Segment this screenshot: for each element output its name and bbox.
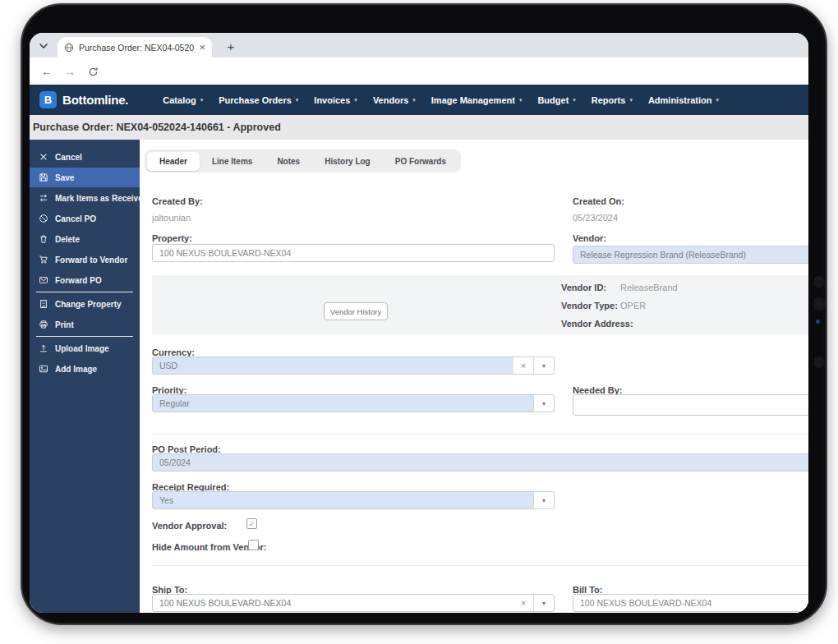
upload-icon — [39, 343, 48, 353]
menu-catalog[interactable]: Catalog▾ — [163, 95, 203, 105]
save-icon — [39, 172, 48, 182]
brand-mark-icon: B — [39, 91, 57, 108]
check-icon: ✓ — [249, 520, 256, 528]
chevron-down-icon[interactable]: ▾ — [533, 492, 554, 508]
hide-amount-checkbox[interactable] — [248, 540, 259, 550]
bezel-dot — [816, 320, 820, 324]
browser-tab[interactable]: Purchase Order: NEX04-052024 × — [58, 37, 212, 58]
ship-to-combobox[interactable]: 100 NEXUS BOULEVARD-NEX04 × ▾ — [152, 594, 555, 612]
menu-image-management[interactable]: Image Management▾ — [431, 95, 523, 105]
browser-tab-strip: Purchase Order: NEX04-052024 × + — [30, 33, 808, 58]
printer-icon — [39, 320, 48, 329]
created-by-value: jaltounian — [152, 213, 191, 223]
created-on-label: Created On: — [573, 196, 624, 206]
menu-vendors[interactable]: Vendors▾ — [373, 95, 416, 105]
vendor-history-button[interactable]: Vendor History — [324, 302, 388, 320]
envelope-icon — [39, 275, 48, 285]
sidebar-item-print[interactable]: Print — [30, 315, 140, 334]
priority-combobox[interactable]: Regular ▾ — [152, 394, 555, 412]
vendor-approval-label: Vendor Approval: — [152, 521, 227, 531]
page-title-bar: Purchase Order: NEX04-052024-140661 - Ap… — [30, 115, 808, 140]
action-sidebar: Cancel Save Mark Items as Received Cance… — [30, 140, 140, 613]
sidebar-item-cancel[interactable]: Cancel — [30, 147, 140, 167]
vendor-address-label: Vendor Address: — [561, 319, 633, 329]
sidebar-item-mark-items-as-received[interactable]: Mark Items as Received — [30, 188, 140, 208]
property-label: Property: — [152, 233, 192, 243]
cart-icon — [39, 255, 48, 264]
chevron-down-icon: ▾ — [716, 97, 720, 104]
bezel-dot — [813, 356, 825, 368]
browser-toolbar: ← → nexustraining4.nexuspayables.com — [30, 58, 808, 85]
menu-invoices[interactable]: Invoices▾ — [314, 95, 357, 105]
reload-button[interactable] — [84, 62, 102, 80]
chevron-down-icon: ▾ — [200, 97, 204, 104]
back-button[interactable]: ← — [38, 62, 56, 80]
app-menu: Catalog▾ Purchase Orders▾ Invoices▾ Vend… — [163, 95, 719, 105]
vendor-approval-checkbox[interactable]: ✓ — [246, 518, 257, 529]
sidebar-item-save[interactable]: Save — [30, 168, 140, 187]
tab-po-forwards[interactable]: PO Forwards — [383, 152, 458, 171]
forward-button[interactable]: → — [61, 62, 79, 80]
vendor-combobox[interactable]: Release Regression Brand (ReleaseBrand) — [573, 246, 808, 264]
sidebar-item-cancel-po[interactable]: Cancel PO — [30, 209, 140, 228]
sidebar-item-add-image[interactable]: Add Image — [30, 359, 140, 379]
vendor-type-label: Vendor Type: — [561, 301, 618, 310]
trash-icon — [39, 234, 48, 244]
chevron-down-icon: ▾ — [519, 97, 523, 104]
sidebar-item-change-property[interactable]: Change Property — [30, 294, 140, 314]
tab-line-items[interactable]: Line Items — [200, 152, 265, 171]
tab-search-chevron-icon[interactable] — [36, 39, 51, 53]
section-divider — [152, 565, 808, 566]
vendor-id-label: Vendor ID: — [561, 283, 606, 292]
tab-history-log[interactable]: History Log — [312, 152, 383, 171]
close-icon — [39, 152, 48, 162]
created-on-value: 05/23/2024 — [573, 213, 618, 223]
menu-administration[interactable]: Administration▾ — [648, 95, 719, 105]
chevron-down-icon[interactable]: ▾ — [533, 395, 554, 412]
vendor-type-value: OPER — [620, 301, 646, 310]
tab-close-icon[interactable]: × — [199, 42, 205, 53]
vendor-label: Vendor: — [573, 233, 606, 243]
property-input[interactable] — [152, 244, 555, 262]
tab-notes[interactable]: Notes — [265, 152, 312, 171]
browser-window: Purchase Order: NEX04-052024 × + ← → nex… — [30, 33, 808, 613]
currency-combobox[interactable]: USD × ▾ — [152, 356, 555, 375]
app-navbar: B Bottomline. Catalog▾ Purchase Orders▾ … — [30, 85, 808, 115]
brand-logo[interactable]: B Bottomline. — [39, 91, 128, 108]
building-icon — [39, 299, 48, 309]
sidebar-item-forward-po[interactable]: Forward PO — [30, 270, 140, 290]
clear-icon[interactable]: × — [513, 595, 533, 611]
chevron-down-icon: ▾ — [354, 97, 357, 104]
clear-icon[interactable]: × — [513, 357, 533, 374]
bill-to-input[interactable] — [573, 594, 808, 612]
vendor-id-value: ReleaseBrand — [620, 283, 678, 292]
po-post-period-field[interactable]: 05/2024 — [152, 453, 808, 472]
menu-budget[interactable]: Budget▾ — [537, 95, 575, 105]
receipt-required-combobox[interactable]: Yes ▾ — [152, 491, 555, 509]
bezel-dot — [813, 297, 826, 310]
tab-header[interactable]: Header — [147, 152, 200, 171]
sidebar-divider — [36, 336, 133, 337]
needed-by-input[interactable] — [573, 394, 808, 416]
tab-title: Purchase Order: NEX04-052024 — [79, 43, 194, 53]
no-entry-icon — [39, 214, 48, 223]
chevron-down-icon[interactable]: ▾ — [533, 357, 554, 374]
chevron-down-icon: ▾ — [573, 97, 576, 104]
menu-reports[interactable]: Reports▾ — [592, 95, 633, 105]
sidebar-item-upload-image[interactable]: Upload Image — [30, 338, 140, 358]
sidebar-item-forward-to-vendor[interactable]: Forward to Vendor — [30, 250, 140, 269]
chevron-down-icon: ▾ — [296, 97, 299, 104]
created-by-label: Created By: — [152, 196, 203, 206]
transfer-arrows-icon — [39, 193, 48, 203]
chevron-down-icon: ▾ — [629, 97, 633, 104]
new-tab-button[interactable]: + — [222, 37, 240, 55]
brand-name: Bottomline. — [62, 93, 128, 107]
sidebar-item-delete[interactable]: Delete — [30, 229, 140, 249]
section-divider — [152, 434, 808, 435]
bezel-dot — [813, 276, 825, 288]
image-icon — [39, 364, 48, 374]
globe-icon — [64, 43, 74, 53]
chevron-down-icon: ▾ — [412, 97, 416, 104]
chevron-down-icon[interactable]: ▾ — [533, 595, 554, 611]
menu-purchase-orders[interactable]: Purchase Orders▾ — [219, 95, 298, 105]
